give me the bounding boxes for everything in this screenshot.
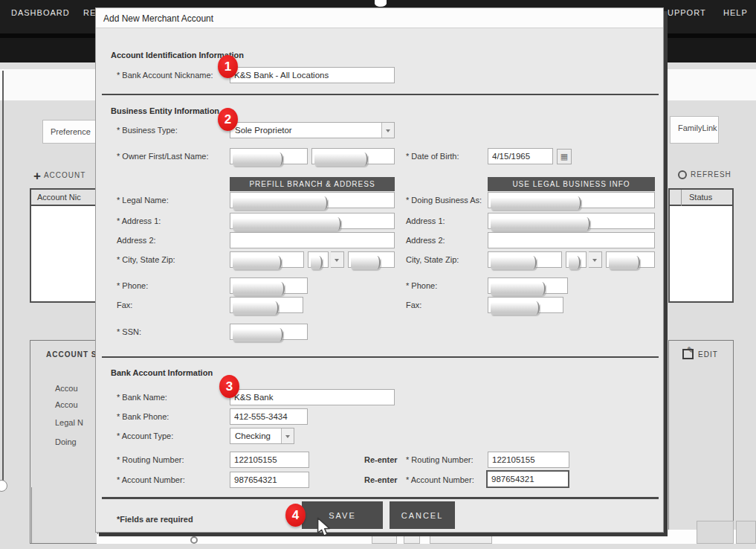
- routing-number-label: * Routing Number:: [117, 455, 184, 464]
- bank-account-nickname-input[interactable]: [230, 67, 395, 83]
- screen: DASHBOARD REF UPPORT HELP Preference Fam…: [0, 0, 756, 549]
- background-box-1: [372, 535, 397, 544]
- phone-left-input[interactable]: [230, 277, 308, 294]
- routing-number-reenter-label: * Routing Number:: [406, 455, 474, 464]
- address1-left-input[interactable]: [230, 213, 395, 229]
- background-box-4: [697, 521, 734, 544]
- nav-item-help[interactable]: HELP: [723, 8, 748, 17]
- fax-left-input[interactable]: [230, 297, 303, 313]
- summary-label-1: Accou: [55, 384, 78, 393]
- routing-number-reenter-input[interactable]: [488, 452, 569, 468]
- fax-left-label: Fax:: [117, 301, 132, 309]
- date-of-birth-input[interactable]: [488, 148, 553, 164]
- step-badge-1: 1: [218, 55, 238, 78]
- save-button[interactable]: SAVE: [302, 501, 383, 529]
- summary-label-2: Accou: [55, 400, 78, 409]
- doing-business-as-input[interactable]: [488, 192, 655, 208]
- address2-right-label: Address 2:: [406, 236, 445, 245]
- edit-pencil-icon: ✎: [682, 349, 694, 359]
- chevron-down-icon[interactable]: [281, 428, 294, 443]
- step-badge-2: 2: [218, 108, 238, 131]
- tab-preferences[interactable]: Preference: [42, 120, 100, 144]
- state-left-dropdown[interactable]: [331, 251, 344, 268]
- status-table: Status: [668, 188, 734, 303]
- business-type-label: * Business Type:: [117, 126, 178, 135]
- state-right-dropdown[interactable]: [589, 251, 602, 268]
- status-table-header: Status: [670, 190, 732, 206]
- background-box-3: [430, 535, 492, 544]
- zip-left-input[interactable]: [348, 251, 395, 268]
- zip-right-input[interactable]: [606, 251, 655, 268]
- citystatezip-right-label: City, State Zip:: [406, 255, 459, 264]
- account-number-reenter-label: * Account Number:: [406, 475, 474, 484]
- account-type-select[interactable]: Checking: [230, 428, 294, 444]
- owner-name-label: * Owner First/Last Name:: [117, 152, 208, 161]
- legal-name-input[interactable]: [230, 192, 395, 208]
- edit-button[interactable]: ✎EDIT: [682, 349, 718, 359]
- calendar-icon[interactable]: ▦: [557, 149, 572, 164]
- legal-name-label: * Legal Name:: [117, 196, 169, 205]
- background-box-2: [404, 535, 420, 544]
- background-box-5: [736, 521, 756, 544]
- routing-number-input[interactable]: [230, 452, 309, 468]
- state-left-input[interactable]: [308, 251, 329, 268]
- address1-right-input[interactable]: [488, 213, 655, 229]
- page-left-border: [2, 71, 4, 491]
- address2-right-input[interactable]: [488, 232, 655, 248]
- citystatezip-left-label: * City, State Zip:: [117, 255, 175, 264]
- refresh-button[interactable]: REFRESH: [678, 170, 731, 179]
- bank-account-nickname-label: * Bank Account Nickname:: [117, 71, 213, 80]
- ssn-label: * SSN:: [117, 327, 141, 336]
- phone-right-label: * Phone:: [406, 281, 437, 290]
- footer-divider: [102, 497, 659, 499]
- state-right-input[interactable]: [566, 251, 587, 268]
- ssn-input[interactable]: [230, 324, 308, 340]
- nav-item-dashboard[interactable]: DASHBOARD: [11, 8, 70, 17]
- doing-business-as-label: * Doing Business As:: [406, 196, 482, 205]
- step-badge-4: 4: [285, 504, 306, 527]
- bank-phone-input[interactable]: [230, 408, 308, 425]
- owner-first-name-input[interactable]: [230, 148, 308, 164]
- prefill-branch-address-button[interactable]: PREFILL BRANCH & ADDRESS: [230, 177, 395, 191]
- section-divider-2: [102, 356, 659, 358]
- summary-label-4: Doing: [55, 437, 77, 446]
- chevron-down-icon[interactable]: [331, 252, 343, 267]
- dialog-title-bar: Add New Merchant Account: [96, 8, 663, 28]
- owner-last-name-input[interactable]: [311, 148, 395, 164]
- city-left-input[interactable]: [230, 251, 304, 268]
- bank-name-input[interactable]: [230, 389, 395, 405]
- status-column-divider: [681, 190, 682, 206]
- account-summary-title: ACCOUNT S: [46, 350, 97, 359]
- side-drag-handle[interactable]: [0, 480, 7, 492]
- player-marker-notch: [375, 0, 387, 7]
- cancel-button[interactable]: CANCEL: [390, 501, 455, 529]
- date-of-birth-label: * Date of Birth:: [406, 152, 459, 161]
- nav-item-support-truncated[interactable]: UPPORT: [668, 8, 706, 17]
- phone-left-label: * Phone:: [117, 281, 148, 290]
- chevron-down-icon[interactable]: [589, 252, 601, 267]
- business-type-select[interactable]: Sole Proprietor: [230, 122, 395, 138]
- address1-left-label: * Address 1:: [117, 216, 161, 225]
- reenter-account-label: Re-enter: [364, 475, 398, 484]
- add-account-button[interactable]: +ACCOUNT: [33, 169, 85, 184]
- address2-left-input[interactable]: [230, 232, 395, 248]
- background-circle: [190, 536, 198, 544]
- tab-familylink[interactable]: FamilyLink: [670, 116, 719, 144]
- use-legal-business-info-button[interactable]: USE LEGAL BUSINESS INFO: [488, 177, 655, 191]
- fax-right-input[interactable]: [488, 297, 563, 313]
- bank-phone-label: * Bank Phone:: [117, 412, 169, 421]
- city-right-input[interactable]: [488, 251, 562, 268]
- add-merchant-account-dialog: Add New Merchant Account Account Identif…: [95, 7, 664, 533]
- section-bank-account: Bank Account Information: [111, 368, 213, 377]
- section-business-entity: Business Entity Information: [111, 106, 219, 115]
- chevron-down-icon[interactable]: [381, 123, 394, 138]
- phone-right-input[interactable]: [488, 277, 568, 294]
- address1-right-label: Address 1:: [406, 216, 445, 225]
- details-panel: [668, 340, 734, 544]
- account-number-input[interactable]: [230, 472, 309, 488]
- account-number-reenter-input[interactable]: [486, 470, 569, 488]
- accounts-table-header: Account Nic: [31, 190, 97, 206]
- refresh-icon: [678, 170, 687, 179]
- dialog-title: Add New Merchant Account: [103, 13, 213, 24]
- account-number-label: * Account Number:: [117, 475, 185, 484]
